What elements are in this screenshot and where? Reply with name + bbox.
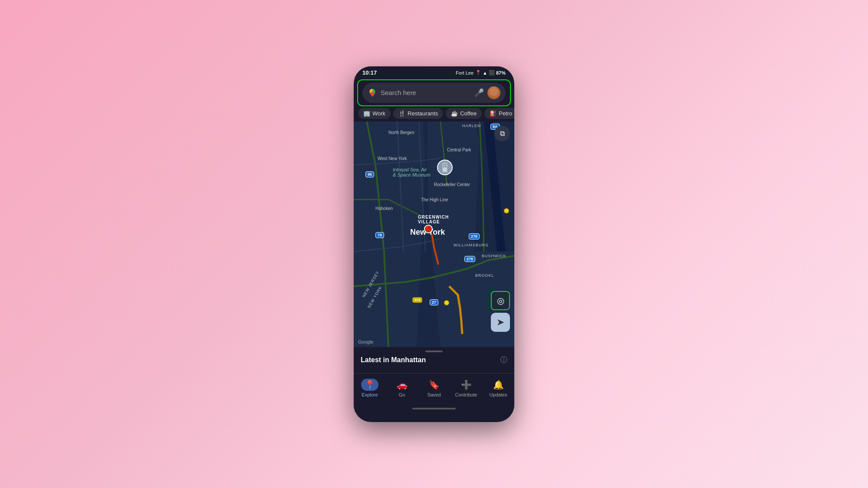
compass-icon: ◎ xyxy=(497,295,504,306)
explore-icon: 📍 xyxy=(365,380,375,390)
status-icons: 📍 ▲ ⬛ 87% xyxy=(475,70,506,75)
nav-explore[interactable]: 📍 Explore xyxy=(357,379,383,397)
wifi-icon: ⬛ xyxy=(489,70,495,75)
nav-saved[interactable]: 🔖 Saved xyxy=(421,379,447,397)
svg-rect-6 xyxy=(443,166,444,167)
location-button[interactable]: ◎ xyxy=(491,291,510,310)
traffic-incident-marker: 🚫 xyxy=(424,225,433,233)
highway-478: 478 xyxy=(412,297,422,303)
coffee-icon: ☕ xyxy=(451,110,458,117)
explore-icon-wrap: 📍 xyxy=(361,379,378,391)
highway-27: 27 xyxy=(430,299,438,305)
layers-button[interactable]: ⧉ xyxy=(494,126,510,141)
bottom-nav: 📍 Explore 🚗 Go 🔖 Saved ➕ Contribute 🔔 xyxy=(354,373,514,404)
nav-go[interactable]: 🚗 Go xyxy=(389,379,415,397)
highway-278b: 278 xyxy=(464,256,475,262)
updates-icon-wrap: 🔔 xyxy=(490,379,507,391)
drag-handle[interactable] xyxy=(425,350,443,352)
nav-contribute[interactable]: ➕ Contribute xyxy=(453,379,479,397)
search-bar-highlighted[interactable]: Search here 🎤 xyxy=(357,79,511,106)
restaurants-icon: 🍴 xyxy=(398,110,405,117)
contribute-icon-wrap: ➕ xyxy=(457,379,475,391)
work-icon: 🏢 xyxy=(363,110,370,117)
svg-rect-7 xyxy=(445,166,447,167)
info-icon[interactable]: ⓘ xyxy=(500,356,507,365)
latest-title: Latest in Manhattan xyxy=(361,356,426,364)
category-chips: 🏢 Work 🍴 Restaurants ☕ Coffee ⛽ Petro xyxy=(354,108,514,121)
nav-go-label: Go xyxy=(399,392,405,397)
status-bar: 10:17 Fort Lee 📍 ▲ ⬛ 87% xyxy=(354,66,514,79)
avatar[interactable] xyxy=(487,86,500,99)
navigate-button[interactable]: ➤ xyxy=(491,313,510,332)
google-maps-logo xyxy=(368,88,377,98)
home-bar-line xyxy=(412,408,456,409)
updates-icon: 🔔 xyxy=(493,380,504,390)
chip-coffee-label: Coffee xyxy=(460,110,477,117)
chip-work[interactable]: 🏢 Work xyxy=(358,108,391,119)
nav-explore-label: Explore xyxy=(362,392,378,397)
svg-rect-3 xyxy=(443,163,447,172)
saved-icon: 🔖 xyxy=(429,380,440,390)
search-input[interactable]: Search here xyxy=(381,89,471,96)
chip-restaurants-label: Restaurants xyxy=(408,110,438,117)
map-area[interactable]: North Bergen West New York Central Park … xyxy=(354,121,514,347)
go-icon: 🚗 xyxy=(397,380,408,390)
rockefeller-photo-marker[interactable] xyxy=(437,160,453,175)
phone-frame: 10:17 Fort Lee 📍 ▲ ⬛ 87% Search here xyxy=(354,66,514,422)
chip-coffee[interactable]: ☕ Coffee xyxy=(446,108,482,119)
chip-restaurants[interactable]: 🍴 Restaurants xyxy=(393,108,443,119)
nav-updates-label: Updates xyxy=(490,392,507,397)
status-right: Fort Lee 📍 ▲ ⬛ 87% xyxy=(456,70,506,75)
petrol-icon: ⛽ xyxy=(490,110,496,117)
svg-rect-5 xyxy=(445,164,447,165)
nav-updates[interactable]: 🔔 Updates xyxy=(485,379,511,397)
yellow-dot-1 xyxy=(504,208,509,213)
go-icon-wrap: 🚗 xyxy=(393,379,411,391)
chip-petrol-label: Petro xyxy=(499,110,512,117)
status-time: 10:17 xyxy=(362,69,377,76)
layers-icon: ⧉ xyxy=(500,130,505,138)
saved-icon-wrap: 🔖 xyxy=(425,379,443,391)
traffic-icon: 🚫 xyxy=(426,226,431,231)
location-icon: 📍 xyxy=(475,70,481,75)
nav-contribute-label: Contribute xyxy=(455,392,477,397)
chip-work-label: Work xyxy=(372,110,385,117)
chip-petrol[interactable]: ⛽ Petro xyxy=(484,108,514,119)
highway-278: 278 xyxy=(469,233,480,239)
home-bar xyxy=(354,404,514,413)
yellow-dot-2 xyxy=(444,300,449,305)
mic-icon[interactable]: 🎤 xyxy=(474,88,484,98)
signal-icon: ▲ xyxy=(483,70,487,75)
contribute-icon: ➕ xyxy=(461,380,472,390)
battery-level: 87% xyxy=(496,70,506,75)
search-bar[interactable]: Search here 🎤 xyxy=(362,83,506,103)
latest-row: Latest in Manhattan ⓘ xyxy=(361,356,507,365)
highway-78: 78 xyxy=(375,232,384,238)
google-watermark: Google xyxy=(358,339,373,344)
navigate-icon: ➤ xyxy=(496,317,504,328)
bottom-panel: Latest in Manhattan ⓘ xyxy=(354,347,514,373)
highway-95: 95 xyxy=(365,171,374,177)
svg-rect-4 xyxy=(443,164,444,165)
nav-saved-label: Saved xyxy=(427,392,441,397)
status-location: Fort Lee xyxy=(456,70,473,75)
